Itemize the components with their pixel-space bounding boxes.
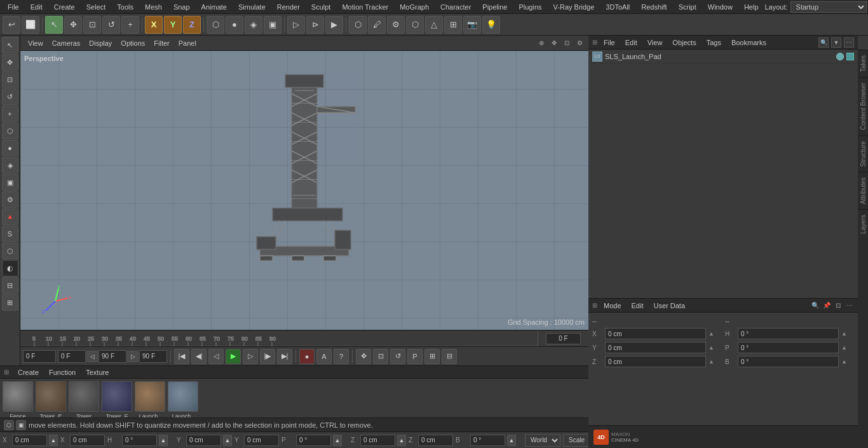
coord-x2-input[interactable] (70, 435, 105, 446)
current-frame-input[interactable] (23, 350, 56, 363)
object-mode-button[interactable]: ⬡ (207, 16, 224, 34)
rotate-btn-2[interactable]: ↺ (390, 349, 405, 364)
attr-y-input[interactable] (605, 342, 706, 353)
menu-file[interactable]: File (3, 2, 24, 12)
coord-z-input[interactable] (360, 435, 395, 446)
viewport-menu-panel[interactable]: Panel (175, 38, 200, 48)
all-frames-btn[interactable]: ⊞ (424, 349, 440, 364)
attr-z-input[interactable] (605, 356, 706, 367)
attr-b-input[interactable] (738, 356, 839, 367)
menu-sculpt[interactable]: Sculpt (306, 2, 336, 12)
auto-key-btn[interactable]: A (316, 349, 332, 364)
obj-search-icon[interactable]: 🔍 (818, 37, 829, 48)
left-tool-4[interactable]: ↺ (2, 88, 18, 105)
coord-z2-input[interactable] (418, 435, 453, 446)
menu-mesh[interactable]: Mesh (140, 2, 167, 12)
pen-button[interactable]: 🖊 (368, 16, 386, 34)
left-tool-6[interactable]: ⬡ (2, 123, 18, 139)
coord-h-input[interactable] (122, 435, 157, 446)
left-tool-3[interactable]: ⊡ (2, 71, 18, 88)
tree-visible-square[interactable] (846, 53, 854, 60)
viewport-settings-icon[interactable]: ⚙ (574, 38, 585, 48)
scale-tool-button[interactable]: ⊡ (83, 16, 101, 34)
left-tool-10[interactable]: ⚙ (2, 191, 18, 208)
attr-x-input[interactable] (605, 328, 706, 339)
attr-expand-icon[interactable]: ⊡ (834, 301, 843, 310)
menu-script[interactable]: Script (674, 2, 702, 12)
timeline-ruler[interactable]: 0 5 10 15 20 25 (20, 330, 588, 346)
coord-b-arrow[interactable]: ▲ (507, 435, 516, 446)
coord-h-arrow[interactable]: ▲ (159, 435, 168, 446)
menu-edit[interactable]: Edit (25, 2, 48, 12)
render-active-button[interactable]: ▶ (325, 16, 343, 34)
edge-mode-button[interactable]: ◈ (245, 16, 262, 34)
menu-mograph[interactable]: MoGraph (395, 2, 434, 12)
viewport-move-icon[interactable]: ✥ (549, 38, 559, 48)
menu-tools[interactable]: Tools (112, 2, 139, 12)
viewport-menu-view[interactable]: View (24, 38, 47, 48)
next-key-btn[interactable]: |▶ (260, 349, 275, 364)
material-item-5[interactable]: Launch_ (168, 381, 198, 419)
menu-window[interactable]: Window (703, 2, 738, 12)
menu-animate[interactable]: Animate (196, 2, 232, 12)
obj-menu-tags[interactable]: Tags (703, 37, 725, 48)
viewport-maximize-icon[interactable]: ⊡ (562, 38, 572, 48)
coord-x-input[interactable] (12, 435, 47, 446)
z-axis-button[interactable]: Z (183, 16, 201, 34)
end-frame-input[interactable] (546, 333, 581, 344)
attr-menu-edit[interactable]: Edit (628, 301, 648, 311)
play-mode-btn[interactable]: P (407, 349, 423, 364)
left-tool-8[interactable]: ◈ (2, 157, 18, 173)
end-frame-btn2[interactable]: ▷ (127, 351, 139, 362)
material-item-0[interactable]: Fence (3, 381, 33, 419)
obj-filter-icon[interactable]: ▼ (831, 37, 841, 48)
triangle-button[interactable]: △ (425, 16, 443, 34)
prev-frame-btn[interactable]: ◁ (86, 351, 98, 362)
viewport-menu-display[interactable]: Display (85, 38, 116, 48)
select-tool-button[interactable]: ↖ (45, 16, 63, 34)
scale-btn-2[interactable]: ⊡ (373, 349, 388, 364)
left-tool-16[interactable]: ⊞ (2, 294, 18, 311)
menu-character[interactable]: Character (435, 2, 476, 12)
mat-menu-function[interactable]: Function (45, 367, 79, 377)
move-tool-button[interactable]: ✥ (64, 16, 82, 34)
menu-3dtoall[interactable]: 3DToAll (600, 2, 635, 12)
coord-b-input[interactable] (470, 435, 505, 446)
playback-end-input[interactable] (139, 350, 167, 363)
viewport-menu-options[interactable]: Options (117, 38, 149, 48)
render-view-button[interactable]: ▷ (287, 16, 305, 34)
left-tool-7[interactable]: ● (2, 140, 18, 156)
coord-y2-input[interactable] (244, 435, 279, 446)
tree-tag-dot[interactable] (836, 53, 844, 60)
help-btn[interactable]: ? (334, 349, 349, 364)
menu-vray-bridge[interactable]: V-Ray Bridge (548, 2, 600, 12)
menu-snap[interactable]: Snap (168, 2, 195, 12)
status-icon-1[interactable]: ⬡ (4, 420, 14, 430)
coord-y-input[interactable] (186, 435, 221, 446)
scale-dropdown[interactable]: Scale (563, 434, 588, 447)
step-fwd-btn[interactable]: ▷ (243, 349, 258, 364)
go-start-btn[interactable]: |◀ (174, 349, 189, 364)
start-frame-input[interactable] (58, 350, 86, 363)
attr-menu-userdata[interactable]: User Data (650, 301, 689, 311)
left-tool-15[interactable]: ⊟ (2, 277, 18, 294)
menu-plugins[interactable]: Plugins (513, 2, 546, 12)
step-back-btn[interactable]: ◁ (208, 349, 224, 364)
left-tool-1[interactable]: ↖ (2, 37, 18, 53)
obj-menu-file[interactable]: File (600, 37, 619, 48)
vtab-attributes[interactable]: Attributes (858, 172, 868, 209)
obj-menu-view[interactable]: View (644, 37, 667, 48)
vtab-takes[interactable]: Takes (858, 50, 868, 77)
material-item-2[interactable]: Tower (69, 381, 99, 419)
point-mode-button[interactable]: ● (226, 16, 243, 34)
end-frame-input2[interactable] (98, 350, 126, 363)
menu-help[interactable]: Help (739, 2, 764, 12)
vtab-layers[interactable]: Layers (858, 209, 868, 239)
coord-x-arrow[interactable]: ▲ (49, 435, 58, 446)
attr-h-input[interactable] (738, 328, 839, 339)
left-tool-12[interactable]: S (2, 226, 18, 242)
y-axis-button[interactable]: Y (164, 16, 182, 34)
render-region-button[interactable]: ⊳ (306, 16, 324, 34)
go-end-btn[interactable]: ▶| (277, 349, 292, 364)
viewport-menu-cameras[interactable]: Cameras (48, 38, 85, 48)
